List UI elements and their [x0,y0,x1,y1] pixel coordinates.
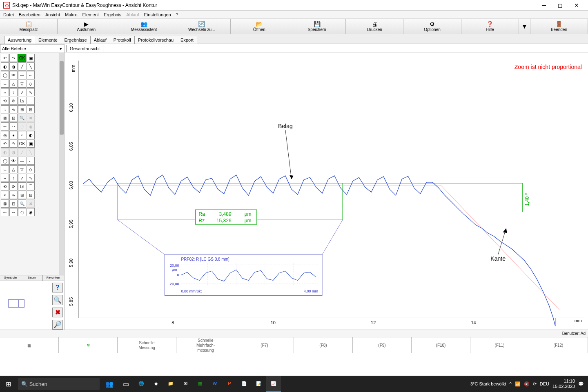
palette-tool[interactable]: ↶ [1,140,9,148]
fkey-f12[interactable]: (F12) [529,337,588,353]
task-view-icon[interactable]: ▭ [118,376,134,392]
taskbar-app-outlook[interactable]: ✉ [178,376,193,392]
toolbar-messassistent[interactable]: 👥Messassistent [115,19,173,34]
fkey-f3[interactable]: ▦ [0,337,59,353]
taskbar-app-notes[interactable]: 📝 [252,376,266,392]
tab-protokollvorschau[interactable]: Protokollvorschau [134,36,177,44]
palette-tool[interactable]: ↔ [1,88,9,96]
palette-tool[interactable]: 🔍 [18,199,26,208]
palette-tool[interactable]: ◐ [1,62,9,71]
taskbar-app-edge[interactable]: 🌐 [134,376,149,392]
taskbar-app-powerpoint[interactable]: P [222,376,237,392]
zoom-in-icon[interactable]: 🔍 [52,295,63,305]
palette-tool[interactable]: ⟲ [1,182,9,190]
taskbar-app-pdf[interactable]: 📄 [237,376,252,392]
palette-tool[interactable]: Ls [18,97,26,105]
tray-volume-icon[interactable]: 🔇 [524,381,530,387]
toolbar-wechseln-zu-[interactable]: 🔄Wechseln zu... [173,19,231,34]
palette-tool[interactable]: ▽ [18,165,26,173]
weather-widget[interactable]: 3°C Stark bewölkt [470,381,506,386]
palette-tool[interactable]: ╱ [18,148,26,156]
palette-subtab-baum[interactable]: Baum [21,275,42,281]
fkey-f9[interactable]: (F9) [353,337,412,353]
palette-tool[interactable]: ⌒ [27,97,35,105]
chart-view-tab[interactable]: Gesamtansicht [66,45,103,52]
palette-tool[interactable]: ◌ [18,122,26,131]
palette-tool[interactable]: ▽ [18,80,26,88]
palette-tool[interactable]: ⊡ [9,199,18,208]
palette-tool[interactable]: ⟳ [9,97,18,105]
tray-sync-icon[interactable]: ⟳ [533,381,537,387]
tray-wifi-icon[interactable]: 📶 [515,381,521,387]
palette-tool[interactable]: OK [18,140,26,148]
palette-tool[interactable]: ◌ [18,208,26,216]
tab-elemente[interactable]: Elemente [35,36,61,44]
fkey-f5[interactable]: SchnelleMessung [118,337,176,353]
palette-tool[interactable]: ◑ [9,148,18,156]
palette-tool[interactable]: ↷ [9,54,18,62]
palette-tool[interactable]: ◐ [1,148,9,156]
palette-tool[interactable]: ▣ [27,54,35,62]
menu-item-makro[interactable]: Makro [62,11,80,18]
palette-tool[interactable]: ⊠ [1,114,9,122]
palette-tool[interactable]: ⊞ [18,191,26,199]
delete-icon[interactable]: ✖ [52,308,63,317]
toolbar--ffnen[interactable]: 📂Öffnen [231,19,288,34]
tab-ergebnisse[interactable]: Ergebnisse [61,36,91,44]
taskbar-clock[interactable]: 11:10 15.02.2023 [552,379,575,389]
menu-item-?[interactable]: ? [174,11,181,18]
palette-tool[interactable]: ✖ [27,114,35,122]
palette-tool[interactable]: ⌐ [27,71,35,79]
minimize-button[interactable]: ─ [536,0,552,10]
contour-chart[interactable]: mm mm 5,85 5,90 5,95 6,00 6,05 6,10 8 10 [65,53,588,330]
tab-protokoll[interactable]: Protokoll [110,36,135,44]
palette-tool[interactable]: ⊡ [9,114,18,122]
menu-item-datei[interactable]: Datei [1,11,16,18]
palette-tool[interactable]: ≈ [1,105,9,113]
palette-tool[interactable]: 🔍 [18,114,26,122]
taskbar-app-word[interactable]: W [207,376,222,392]
palette-tool[interactable]: ◇ [27,165,35,173]
palette-tool[interactable]: ⤺ [1,122,9,131]
palette-tool[interactable]: ∿ [9,191,18,199]
palette-tool[interactable]: ⤡ [27,88,35,96]
toolbar-optionen[interactable]: ⚙Optionen [403,19,461,34]
palette-tool[interactable]: ⤡ [27,174,35,182]
taskbar-app-marwin[interactable]: 📈 [266,376,281,392]
palette-tool[interactable]: ↕ [9,88,18,96]
tab-auswertung[interactable]: Auswertung [4,36,35,44]
palette-tool[interactable]: ⟳ [9,182,18,190]
palette-tool[interactable]: ↷ [9,140,18,148]
fkey-f10[interactable]: (F10) [412,337,470,353]
palette-tool[interactable]: ⌙ [1,165,9,173]
palette-tool[interactable]: ◉ [27,208,35,216]
palette-scrollbar[interactable] [59,53,64,275]
palette-tool[interactable]: OK [18,54,26,62]
toolbar-dropdown[interactable]: ▼ [519,19,530,34]
palette-tool[interactable]: — [18,157,26,165]
search-icon[interactable]: 🔎 [52,320,63,330]
fkey-f6[interactable]: SchnelleMehrfach-messung [176,337,235,353]
palette-tool[interactable]: △ [9,80,18,88]
taskbar-app-excel[interactable]: ▦ [193,376,207,392]
palette-tool[interactable]: ╲ [27,148,35,156]
palette-tool[interactable]: ● [9,131,18,139]
palette-tool[interactable]: Ls [18,182,26,190]
palette-tool[interactable]: ⤺ [1,208,9,216]
palette-tool[interactable]: ⤢ [18,88,26,96]
menu-item-einstellungen[interactable]: Einstellungen [142,11,174,18]
palette-tool[interactable]: ◐ [27,131,35,139]
palette-tool[interactable]: ⌐ [27,157,35,165]
menu-item-ergebnis[interactable]: Ergebnis [101,11,124,18]
palette-subtab-favoriten[interactable]: Favoriten [43,275,64,281]
tab-export[interactable]: Export [177,36,197,44]
menu-item-ansicht[interactable]: Ansicht [43,11,62,18]
fkey-f7[interactable]: (F7) [235,337,294,353]
palette-tool[interactable]: — [18,71,26,79]
tray-chevron-icon[interactable]: ^ [510,381,512,386]
close-button[interactable]: ✕ [568,0,585,10]
command-filter-combo[interactable]: Alle Befehle ▾ [0,44,64,53]
palette-tool[interactable]: ◉ [27,122,35,131]
palette-tool[interactable]: ⤢ [18,174,26,182]
palette-tool[interactable]: ⊟ [27,191,35,199]
